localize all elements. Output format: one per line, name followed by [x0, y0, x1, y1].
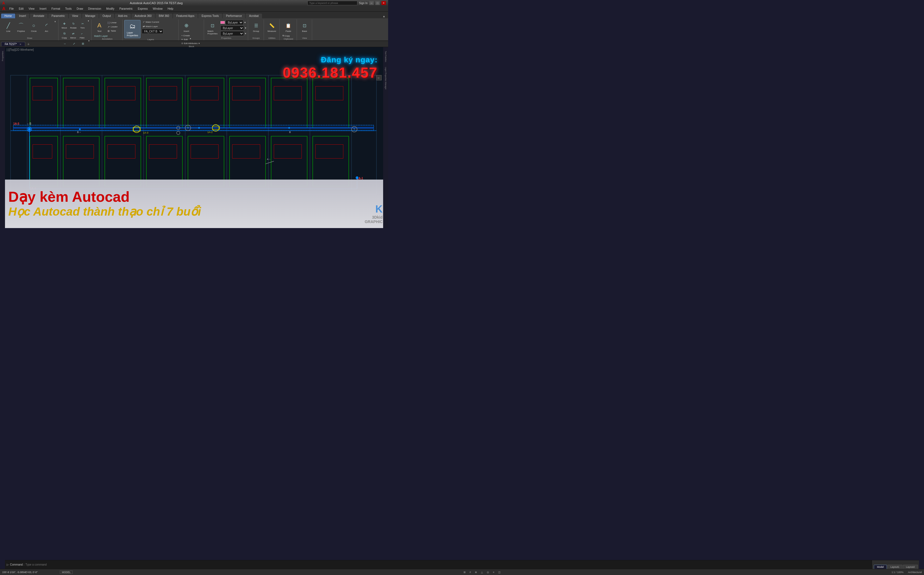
- svg-text:?: ?: [187, 126, 189, 130]
- tab-home[interactable]: Home: [1, 14, 15, 18]
- maximize-button[interactable]: □: [375, 1, 380, 5]
- menu-item-draw[interactable]: Draw: [74, 6, 85, 11]
- properties-tab[interactable]: Properties: [1, 50, 5, 62]
- color-expand[interactable]: ▼: [244, 21, 246, 24]
- svg-point-66: [79, 129, 81, 130]
- rotate-button[interactable]: ↻ Rotate: [69, 20, 78, 30]
- linetype-dropdown[interactable]: ByLayer: [220, 25, 244, 30]
- doc-tab-close[interactable]: ✕: [19, 43, 22, 46]
- linetype-expand[interactable]: ▼: [245, 27, 247, 29]
- linear-button[interactable]: | | Linear: [107, 21, 119, 25]
- measure-button[interactable]: 📏 Measure: [266, 20, 278, 33]
- menu-item-help[interactable]: Help: [165, 6, 176, 11]
- text-button[interactable]: A Text: [93, 20, 105, 33]
- color-dropdown[interactable]: ByLayer: [225, 20, 243, 25]
- draw-expand[interactable]: ▼: [53, 20, 57, 33]
- menu-item-edit[interactable]: Edit: [17, 6, 26, 11]
- viewport-label: [-][Top][2D Wireframe]: [6, 48, 34, 51]
- canvas-area: Properties Tool Palettes Layer Propertie…: [0, 47, 388, 228]
- search-box[interactable]: [307, 1, 357, 5]
- ribbon-group-layers: 🗂 LayerProperties ✓Make Current ⇄Match L…: [123, 19, 178, 40]
- layer-properties-button[interactable]: 🗂 LayerProperties: [124, 20, 140, 38]
- menu-item-express[interactable]: Express: [135, 6, 150, 11]
- new-tab-button[interactable]: +: [26, 42, 31, 46]
- layer-dropdown[interactable]: FA_CKT B: [142, 29, 163, 34]
- menu-item-view[interactable]: View: [26, 6, 37, 11]
- view-group-label: View: [302, 37, 307, 40]
- trim-button[interactable]: ✂ Trim: [78, 20, 87, 30]
- tab-manage[interactable]: Manage: [82, 14, 99, 18]
- tab-express[interactable]: Express Tools: [198, 14, 222, 18]
- trim-expand[interactable]: ▼: [87, 20, 90, 30]
- draw-tools: ╱ Line ⌒ Polyline ○ Circle ◜ Arc ▼: [2, 20, 57, 33]
- arc-button[interactable]: ◜ Arc: [40, 20, 52, 33]
- app-menu-logo[interactable]: A: [1, 6, 6, 11]
- base-button[interactable]: ⊡ Base: [299, 20, 311, 33]
- match-layer-btn2[interactable]: ⇄Match Layer: [142, 24, 159, 28]
- tab-parametric[interactable]: Parametric: [48, 14, 68, 18]
- tab-autodesk360[interactable]: Autodesk 360: [131, 14, 155, 18]
- ribbon-group-clipboard: 📋 Paste ⧉Copy Clipboard: [280, 19, 297, 40]
- polyline-button[interactable]: ⌒ Polyline: [15, 20, 27, 33]
- insert-button[interactable]: ⊕ Insert: [180, 20, 192, 33]
- ad-line1: Dạy kèm Autocad: [8, 189, 380, 205]
- group-button[interactable]: ☰ Group: [250, 20, 262, 33]
- close-button[interactable]: ✕: [382, 1, 386, 5]
- make-current-button[interactable]: ✓Make Current: [142, 20, 160, 24]
- edit-expand[interactable]: ▼: [189, 38, 192, 41]
- copy-button[interactable]: ⧉ Copy: [60, 30, 68, 40]
- tab-view[interactable]: View: [69, 14, 81, 18]
- doc-tab-fa-test[interactable]: FA TEST* ✕: [1, 42, 25, 46]
- layer-props-manager-tab[interactable]: Layer Properties Manager: [384, 66, 387, 91]
- tab-performance[interactable]: Performance: [223, 14, 245, 18]
- ribbon-group-annotation: A Text | | Linear ↗ Leader ⊞: [92, 19, 122, 40]
- edit-block-button[interactable]: ✏Edit: [180, 38, 189, 41]
- create-block-button[interactable]: +Create: [180, 34, 191, 37]
- lineweight-expand[interactable]: ▼: [245, 32, 247, 35]
- ribbon-group-groups: ☰ Group Groups: [249, 19, 264, 40]
- menu-item-tools[interactable]: Tools: [63, 6, 74, 11]
- mirror-button[interactable]: ⇌ Mirror: [69, 30, 77, 40]
- tab-bim360[interactable]: BIM 360: [156, 14, 172, 18]
- svg-point-63: [198, 127, 200, 129]
- menu-item-insert[interactable]: Insert: [37, 6, 49, 11]
- tab-featured[interactable]: Featured Apps: [173, 14, 198, 18]
- lineweight-dropdown[interactable]: ByLayer: [220, 31, 244, 36]
- tab-annotate[interactable]: Annotate: [30, 14, 48, 18]
- tab-acrobat[interactable]: Acrobat: [246, 14, 262, 18]
- copy-clip-button[interactable]: ⧉Copy: [281, 34, 296, 38]
- ribbon-tabs: Home Insert Annotate Parametric View Man…: [0, 12, 388, 18]
- minimize-button[interactable]: ─: [369, 1, 374, 5]
- match-layer-label[interactable]: Match Layer: [93, 34, 109, 38]
- tab-output[interactable]: Output: [99, 14, 114, 18]
- leader-button[interactable]: ↗ Leader: [107, 25, 119, 29]
- sign-in-button[interactable]: Sign In: [359, 2, 367, 5]
- paste-button[interactable]: 📋 Paste: [281, 20, 296, 33]
- match-properties-button[interactable]: ⊡ MatchProperties: [206, 20, 219, 36]
- menu-item-parametric[interactable]: Parametric: [117, 6, 135, 11]
- line-button[interactable]: ╱ Line: [2, 20, 14, 33]
- tab-addins[interactable]: Add-ins: [115, 14, 131, 18]
- edit-attributes-button[interactable]: ⊙Edit Attributes ▼: [180, 41, 203, 45]
- ribbon-toggle[interactable]: ▲: [381, 14, 387, 18]
- table-button[interactable]: ⊞ Table: [107, 29, 119, 33]
- tab-insert[interactable]: Insert: [16, 14, 29, 18]
- menu-item-format[interactable]: Format: [49, 6, 62, 11]
- search-input[interactable]: [309, 2, 351, 5]
- menu-item-window[interactable]: Window: [151, 6, 165, 11]
- utilities-group-label: Utilities: [268, 37, 275, 40]
- layers-group-label: Layers: [148, 38, 154, 41]
- ribbon-group-block: ⊕ Insert +Create ✏Edit ▼ ⊙Edit Attr: [179, 19, 204, 40]
- svg-text:B→: B→: [77, 131, 81, 133]
- tool-palettes-tab[interactable]: Tool Palettes: [384, 50, 387, 63]
- menu-item-dimension[interactable]: Dimension: [86, 6, 103, 11]
- fillet-button[interactable]: ⌐ Fillet: [78, 30, 86, 40]
- ribbon-content: ╱ Line ⌒ Polyline ○ Circle ◜ Arc ▼: [0, 18, 388, 40]
- right-sidebar: Tool Palettes Layer Properties Manager: [383, 47, 388, 228]
- svg-point-64: [288, 127, 290, 129]
- move-button[interactable]: ✥ Move: [60, 20, 68, 30]
- circle-button[interactable]: ○ Circle: [28, 20, 40, 33]
- menu-item-modify[interactable]: Modify: [104, 6, 116, 11]
- left-sidebar: Properties: [0, 47, 5, 228]
- menu-item-file[interactable]: File: [7, 6, 16, 11]
